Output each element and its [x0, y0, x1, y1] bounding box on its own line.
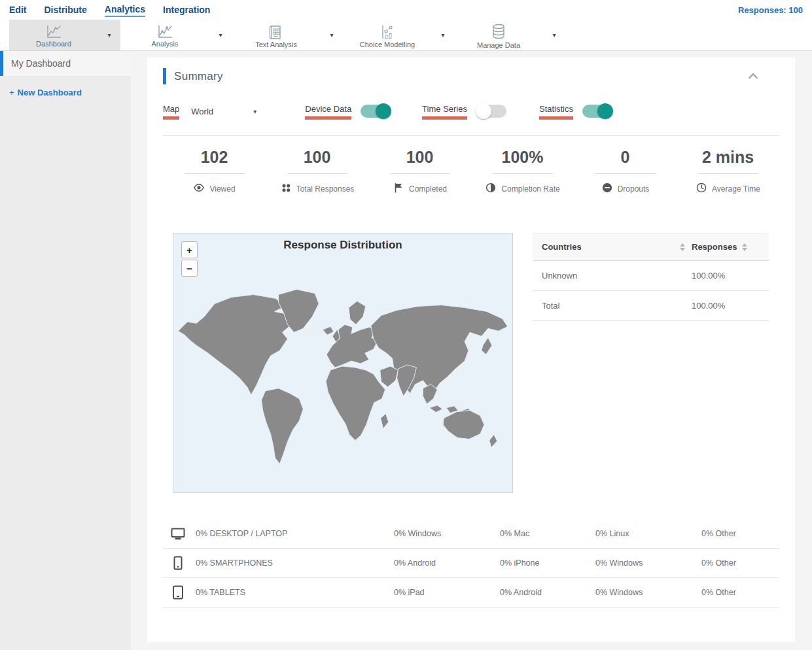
stats-row: 102 Viewed 100 Total Responses 100 [163, 148, 779, 196]
countries-column-header[interactable]: Countries [542, 242, 692, 252]
toolbar-item-label: Manage Data [477, 41, 520, 49]
responses-cell: 100.00% [692, 301, 760, 311]
map-japan [482, 337, 492, 354]
stat-value: 100 [266, 148, 368, 167]
chevron-up-icon [749, 73, 758, 82]
stat-value: 100% [471, 148, 574, 167]
responses-cell: 100.00% [692, 271, 760, 281]
device-stat: 0% Other [701, 588, 779, 597]
map-region-select[interactable]: World ▾ [191, 107, 256, 116]
stat-value: 102 [163, 148, 266, 167]
response-distribution-map-panel: Response Distribution + − [173, 233, 513, 493]
chevron-down-icon[interactable]: ▾ [209, 31, 232, 39]
table-row: Total 100.00% [533, 291, 769, 321]
accent-bar [163, 68, 166, 84]
desktop-icon [171, 528, 196, 540]
map-arabia [380, 366, 398, 387]
nav-edit[interactable]: Edit [9, 3, 26, 16]
map-zoom-in-button[interactable]: + [181, 241, 198, 258]
divider [390, 173, 450, 174]
minus-circle-icon [601, 182, 613, 196]
map-scandinavia [349, 301, 366, 324]
countries-table: Countries Responses Unknown 100.00% Tota… [533, 233, 769, 493]
map-north-america [178, 295, 290, 395]
device-stat: 0% Other [701, 558, 779, 568]
device-stat: 0% Windows [595, 588, 701, 597]
chevron-down-icon[interactable]: ▾ [432, 31, 454, 39]
stat-label: Total Responses [296, 184, 355, 194]
country-cell: Unknown [542, 271, 692, 281]
toggle-knob [376, 103, 391, 119]
divider [287, 173, 347, 174]
divider [493, 173, 553, 174]
dots-icon [280, 182, 292, 196]
device-stat: 0% iPhone [500, 558, 595, 568]
toolbar-item-text-analysis[interactable]: Text Analysis ▾ [232, 20, 343, 50]
database-icon [491, 24, 506, 41]
divider [595, 173, 656, 174]
toolbar-item-label: Analysis [152, 40, 179, 48]
chevron-down-icon[interactable]: ▾ [321, 31, 343, 39]
nav-analytics[interactable]: Analytics [105, 3, 145, 17]
map-indonesia [429, 405, 442, 413]
device-stat: 0% Windows [394, 529, 500, 538]
map-africa [326, 366, 385, 440]
chevron-down-icon[interactable]: ▾ [543, 31, 565, 39]
toolbar-item-dashboard[interactable]: Dashboard ▾ [9, 20, 120, 50]
toolbar-item-analysis[interactable]: Analysis ▾ [120, 20, 232, 50]
map-new-zealand [489, 434, 497, 447]
device-stat: 0% Linux [595, 529, 701, 538]
country-cell: Total [542, 301, 692, 311]
new-dashboard-button[interactable]: +New Dashboard [0, 76, 131, 109]
chevron-down-icon: ▾ [253, 108, 256, 115]
nav-integration[interactable]: Integration [163, 3, 210, 16]
responses-header-label: Responses [692, 242, 737, 252]
stat-label: Completed [409, 184, 447, 194]
device-data-label: Device Data [305, 104, 351, 118]
stat-total-responses: 100 Total Responses [266, 148, 368, 196]
device-stat: 0% Android [500, 588, 595, 597]
line-chart-icon [45, 25, 62, 39]
stat-label: Dropouts [618, 184, 650, 194]
divider [185, 173, 245, 174]
flag-icon [393, 182, 404, 196]
responses-count: Responses: 100 [738, 5, 803, 15]
sidebar-item-my-dashboard[interactable]: My Dashboard [0, 51, 131, 76]
toggle-knob [597, 103, 613, 119]
summary-card: Summary Map World ▾ Device Data Time Ser… [147, 58, 795, 642]
device-stat: 0% iPad [394, 588, 500, 597]
sort-icon[interactable] [680, 243, 685, 251]
document-grid-icon [268, 24, 284, 40]
collapse-section-button[interactable] [747, 71, 761, 82]
tablet-icon [171, 585, 196, 600]
table-row: Unknown 100.00% [533, 261, 769, 291]
map-australia [443, 411, 484, 439]
stat-label: Average Time [712, 184, 760, 194]
stat-value: 2 mins [677, 148, 779, 167]
responses-column-header[interactable]: Responses [692, 242, 760, 252]
device-stat: 0% Mac [500, 529, 595, 538]
plus-icon: + [9, 88, 14, 97]
toolbar-item-manage-data[interactable]: Manage Data ▾ [454, 20, 565, 50]
clock-icon [696, 182, 707, 196]
time-series-toggle[interactable] [476, 105, 506, 118]
chevron-down-icon[interactable]: ▾ [98, 31, 120, 39]
map-zoom-out-button[interactable]: − [181, 260, 198, 277]
stat-completed: 100 Completed [368, 148, 471, 196]
sort-icon[interactable] [742, 243, 747, 251]
world-map[interactable] [173, 233, 514, 492]
map-label: Map [163, 104, 179, 118]
device-category-label: 0% TABLETS [196, 588, 394, 597]
countries-table-header: Countries Responses [533, 233, 769, 261]
toolbar-item-label: Text Analysis [255, 41, 297, 48]
device-data-toggle[interactable] [361, 105, 391, 118]
scatter-chart-icon [380, 24, 395, 40]
device-category-label: 0% SMARTPHONES [196, 558, 394, 568]
nav-distribute[interactable]: Distribute [44, 3, 86, 16]
device-stat: 0% Android [394, 558, 500, 568]
toolbar-item-choice-modelling[interactable]: Choice Modelling ▾ [343, 20, 454, 50]
device-stat: 0% Other [701, 529, 779, 538]
divider [163, 135, 779, 136]
device-category-label: 0% DESKTOP / LAPTOP [196, 529, 394, 538]
statistics-toggle[interactable] [582, 105, 612, 118]
